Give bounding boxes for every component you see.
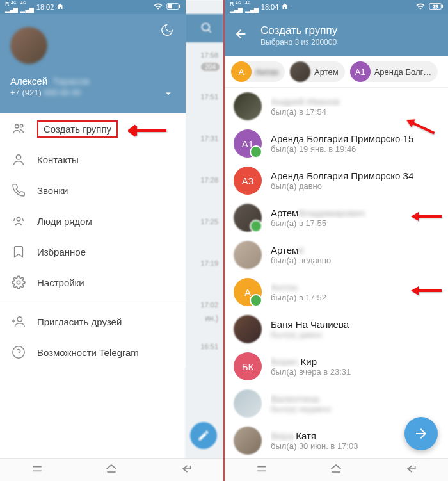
contact-row[interactable]: АртемВладимирович был(а) в 17:55: [225, 199, 448, 236]
recent-apps-icon[interactable]: [31, 462, 44, 478]
contact-avatar: [234, 241, 262, 269]
status-time: 18:02: [36, 3, 54, 11]
chip[interactable]: А1 Аренда Болг…: [350, 61, 438, 82]
chevron-down-icon[interactable]: [163, 88, 174, 102]
contact-status: был(а) давно: [271, 330, 439, 339]
back-nav-icon[interactable]: [180, 462, 193, 478]
contact-status: был(а) давно: [271, 181, 439, 191]
contact-avatar: [234, 315, 262, 343]
contact-row[interactable]: Валентина был(а) недавно: [225, 385, 448, 422]
contact-name: АртемК: [271, 245, 439, 256]
profile-name: Алексей: [10, 76, 47, 86]
bookmark-icon: [12, 245, 37, 259]
chip[interactable]: Артем: [290, 61, 345, 82]
svg-point-6: [20, 124, 23, 127]
svg-text:29: 29: [433, 4, 438, 10]
svg-point-10: [17, 317, 22, 322]
contact-name: Аренда Болгария Приморско 15: [271, 133, 439, 144]
contact-name: Аренда Болгария Приморско 34: [271, 170, 439, 181]
contact-status: был(а) недавно: [271, 256, 439, 265]
contact-name: Борис Кир: [271, 356, 439, 367]
contact-avatar: [234, 389, 262, 418]
night-mode-icon[interactable]: [160, 23, 174, 40]
android-nav-bar: [225, 458, 448, 481]
status-time: 18:04: [261, 3, 279, 11]
menu-calls[interactable]: Звонки: [0, 175, 186, 206]
search-icon[interactable]: [200, 22, 213, 37]
menu-faq[interactable]: Возможности Telegram: [0, 337, 186, 368]
contact-avatar: А1: [234, 129, 262, 158]
phone-right: R ⁴ᴳ▂▄▆ ⁴ᴳ▂▄▆ 18:04 29 Создать группу Вы…: [225, 0, 448, 481]
contact-avatar: [234, 427, 262, 455]
next-fab[interactable]: [404, 417, 438, 450]
header-title: Создать группу: [260, 24, 337, 37]
svg-point-13: [13, 346, 24, 358]
contact-row[interactable]: БК Борис Кир был(а) вчера в 23:31: [225, 348, 448, 385]
profile-phone: +7 (921): [10, 88, 42, 97]
chip[interactable]: А Антон: [231, 61, 285, 82]
battery-icon: 29: [429, 3, 443, 12]
phone-left: 17:58 204 17:51 17:31 17:28 17:25 17:19 …: [0, 0, 223, 481]
gear-icon: [12, 275, 37, 289]
annotation-arrow: [410, 284, 442, 300]
home-nav-icon[interactable]: [330, 462, 342, 478]
phone-icon: [12, 183, 37, 197]
compose-fab-bg[interactable]: [190, 422, 217, 449]
home-icon: [56, 3, 64, 12]
contact-row[interactable]: Баня На Чалиева был(а) давно: [225, 311, 448, 348]
add-person-icon: [12, 314, 37, 329]
contact-status: был(а) вчера в 23:31: [271, 367, 439, 377]
contact-status: был(а) недавно: [271, 404, 439, 414]
wifi-icon: [154, 2, 163, 12]
svg-line-1: [209, 30, 211, 33]
svg-point-5: [15, 125, 19, 129]
contact-status: был(а) 19 янв. в 19:46: [271, 144, 439, 154]
svg-rect-4: [168, 4, 172, 8]
contact-avatar: [234, 92, 262, 120]
contact-avatar: [234, 204, 262, 232]
contact-row[interactable]: А Антон был(а) в 17:52: [225, 273, 448, 311]
contact-row[interactable]: АртемК был(а) недавно: [225, 236, 448, 273]
contact-status: был(а) в 17:54: [271, 107, 439, 117]
contact-row[interactable]: А3 Аренда Болгария Приморско 34 был(а) д…: [225, 162, 448, 199]
menu-invite[interactable]: Пригласить друзей: [0, 306, 186, 337]
drawer-header: Алексей Тарасов +7 (921) 000 00 00: [0, 14, 186, 113]
status-bar: R ⁴ᴳ▂▄▆ ⁴ᴳ▂▄▆ 18:02: [0, 0, 186, 14]
nearby-icon: [12, 214, 37, 228]
menu-settings[interactable]: Настройки: [0, 267, 186, 298]
menu-nearby[interactable]: Люди рядом: [0, 206, 186, 236]
annotation-arrow: [410, 210, 442, 225]
recent-apps-icon[interactable]: [255, 462, 268, 478]
profile-avatar[interactable]: [10, 27, 47, 64]
group-icon: [12, 122, 37, 136]
svg-point-7: [16, 155, 20, 159]
back-icon[interactable]: [234, 27, 248, 44]
person-icon: [12, 152, 37, 167]
home-icon: [281, 3, 289, 12]
menu-saved[interactable]: Избранное: [0, 236, 186, 267]
battery-icon: [166, 3, 180, 12]
contact-list[interactable]: Андрей Иванов был(а) в 17:54 А1 Аренда Б…: [225, 88, 448, 459]
svg-point-8: [17, 218, 20, 222]
contact-avatar: А3: [234, 167, 262, 195]
selected-chips: А Антон Артем А1 Аренда Болг…: [225, 56, 448, 88]
annotation-arrow: [128, 123, 166, 141]
header-subtitle: Выбрано 3 из 200000: [260, 38, 337, 47]
back-nav-icon[interactable]: [404, 462, 417, 478]
android-nav-bar: [0, 458, 223, 481]
home-nav-icon[interactable]: [105, 462, 118, 478]
status-bar: R ⁴ᴳ▂▄▆ ⁴ᴳ▂▄▆ 18:04 29: [225, 0, 448, 14]
menu-contacts[interactable]: Контакты: [0, 144, 186, 175]
svg-point-9: [17, 281, 20, 284]
contact-name: Валентина: [271, 393, 439, 404]
contact-avatar: А: [234, 278, 262, 306]
svg-point-0: [202, 24, 210, 31]
create-group-header: Создать группу Выбрано 3 из 200000: [225, 14, 448, 56]
help-icon: [12, 345, 37, 359]
contact-row[interactable]: А1 Аренда Болгария Приморско 15 был(а) 1…: [225, 125, 448, 162]
svg-rect-19: [442, 5, 443, 8]
wifi-icon: [416, 2, 425, 12]
contact-avatar: БК: [234, 352, 262, 380]
drawer-menu: Создать группу Контакты Звонки Люди рядо…: [0, 113, 186, 368]
contact-name: Баня На Чалиева: [271, 319, 439, 330]
